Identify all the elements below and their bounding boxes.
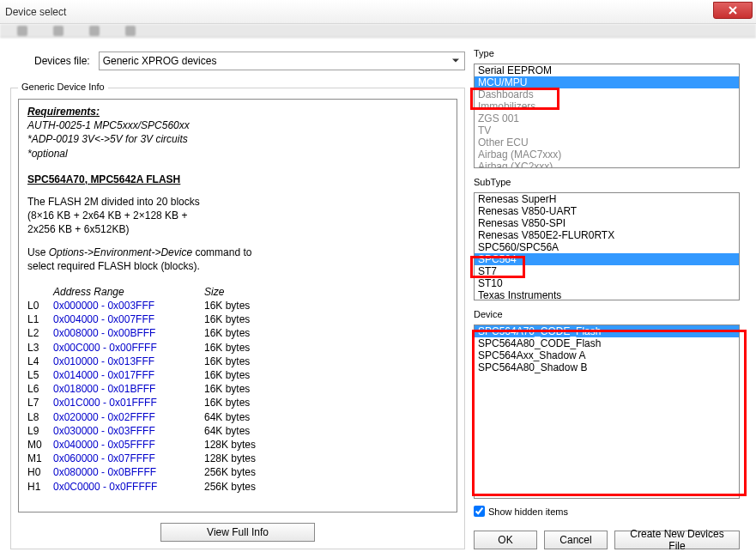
mem-row: L10x004000 - 0x007FFF16K bytes (27, 312, 448, 326)
group-label: Generic Device Info (18, 82, 108, 92)
mem-row: L60x018000 - 0x01BFFF16K bytes (27, 382, 448, 396)
type-label: Type (474, 48, 740, 58)
mem-row-lbl: H1 (27, 480, 53, 494)
device-label: Device (474, 309, 740, 319)
list-item[interactable]: Airbag (MAC7xxx) (475, 149, 739, 161)
mem-row: L40x010000 - 0x013FFF16K bytes (27, 355, 448, 368)
list-item[interactable]: Dashboards (475, 88, 739, 100)
mem-header: Address Range Size (27, 285, 448, 299)
show-hidden-label: Show hidden items (488, 506, 568, 517)
list-item[interactable]: SPC564A80_CODE_Flash (475, 337, 739, 349)
req-line-3: *optional (27, 147, 448, 161)
mem-row-addr: 0x00C000 - 0x00FFFF (53, 341, 204, 355)
mem-row-addr: 0x030000 - 0x03FFFF (53, 424, 204, 438)
ok-button[interactable]: OK (474, 531, 537, 549)
mem-row-addr: 0x014000 - 0x017FFF (53, 368, 204, 382)
type-listbox[interactable]: Serial EEPROMMCU/MPUDashboardsImmobilize… (474, 64, 740, 168)
mem-row-size: 16K bytes (204, 382, 250, 396)
create-devices-file-button[interactable]: Create New Devices File (614, 531, 740, 549)
list-item[interactable]: ST7 (475, 265, 739, 277)
device-listbox[interactable]: SPC564A70_CODE_FlashSPC564A80_CODE_Flash… (474, 324, 740, 499)
mem-row-size: 16K bytes (204, 355, 250, 368)
mem-row-addr: 0x000000 - 0x003FFF (53, 299, 204, 312)
list-item[interactable]: Renesas V850E2-FLUR0RTX (475, 229, 739, 241)
mem-row-size: 128K bytes (204, 452, 256, 465)
mem-row-addr: 0x0C0000 - 0x0FFFFF (53, 480, 204, 494)
mem-row-lbl: L9 (27, 424, 53, 438)
list-item[interactable]: Texas Instruments (475, 289, 739, 300)
body-1: The FLASH 2M divided into 20 blocks (27, 195, 448, 209)
mem-row-lbl: L5 (27, 368, 53, 382)
requirements-title: Requirements: (27, 105, 448, 118)
mem-row-addr: 0x020000 - 0x02FFFF (53, 410, 204, 424)
list-item[interactable]: SPC564A70_CODE_Flash (475, 325, 739, 337)
list-item[interactable]: SPC564 (475, 253, 739, 265)
list-item[interactable]: MCU/MPU (475, 76, 739, 88)
list-item[interactable]: Renesas V850-SPI (475, 217, 739, 229)
mem-row-lbl: H0 (27, 465, 53, 479)
list-item[interactable]: SPC560/SPC56A (475, 241, 739, 253)
mem-row-lbl: M0 (27, 438, 53, 452)
mem-row-size: 256K bytes (204, 480, 256, 494)
list-item[interactable]: SPC564A80_Shadow B (475, 361, 739, 373)
mem-row: M00x040000 - 0x05FFFF128K bytes (27, 438, 448, 452)
close-button[interactable] (713, 2, 753, 19)
mem-row-size: 16K bytes (204, 396, 250, 409)
mem-row-lbl: L7 (27, 396, 53, 409)
blurred-toolbar (0, 24, 756, 38)
mem-row: L80x020000 - 0x02FFFF64K bytes (27, 410, 448, 424)
list-item[interactable]: SPC564Axx_Shadow A (475, 349, 739, 361)
devices-file-value: Generic XPROG devices (103, 55, 217, 67)
window-title: Device select (5, 6, 66, 18)
mem-row-size: 16K bytes (204, 341, 250, 355)
show-hidden-checkbox[interactable] (474, 506, 485, 517)
list-item[interactable]: Renesas SuperH (475, 193, 739, 205)
mem-row: H00x080000 - 0x0BFFFF256K bytes (27, 465, 448, 479)
mem-row-lbl: L4 (27, 355, 53, 368)
list-item[interactable]: ST10 (475, 277, 739, 289)
list-item[interactable]: Immobilizers (475, 100, 739, 112)
list-item[interactable]: Serial EEPROM (475, 64, 739, 76)
mem-header-addr: Address Range (53, 285, 204, 299)
subtype-listbox[interactable]: Renesas SuperHRenesas V850-UARTRenesas V… (474, 192, 740, 300)
mem-row-size: 64K bytes (204, 424, 250, 438)
mem-row-lbl: L2 (27, 326, 53, 340)
mem-row-size: 16K bytes (204, 326, 250, 340)
mem-row-addr: 0x004000 - 0x007FFF (53, 312, 204, 326)
mem-row: L90x030000 - 0x03FFFF64K bytes (27, 424, 448, 438)
mem-row-addr: 0x040000 - 0x05FFFF (53, 438, 204, 452)
mem-row-lbl: L6 (27, 382, 53, 396)
req-line-2: *ADP-0019 3V<->5V for 3V circuits (27, 132, 448, 146)
list-item[interactable]: Other ECU (475, 136, 739, 149)
body-3: 2x256 KB + 6x512KB) (27, 222, 448, 236)
memory-table: Address Range Size L00x000000 - 0x003FFF… (27, 285, 448, 494)
mem-row: L70x01C000 - 0x01FFFF16K bytes (27, 396, 448, 409)
mem-header-size: Size (204, 285, 224, 299)
mem-row-size: 256K bytes (204, 465, 256, 479)
mem-row-addr: 0x018000 - 0x01BFFF (53, 382, 204, 396)
mem-row-size: 16K bytes (204, 299, 250, 312)
mem-row: H10x0C0000 - 0x0FFFFF256K bytes (27, 480, 448, 494)
mem-row-size: 16K bytes (204, 312, 250, 326)
mem-row: L30x00C000 - 0x00FFFF16K bytes (27, 341, 448, 355)
mem-row: M10x060000 - 0x07FFFF128K bytes (27, 452, 448, 465)
mem-row: L50x014000 - 0x017FFF16K bytes (27, 368, 448, 382)
show-hidden-row[interactable]: Show hidden items (474, 506, 740, 517)
list-item[interactable]: TV (475, 124, 739, 136)
mem-row-size: 64K bytes (204, 410, 250, 424)
devices-file-combo[interactable]: Generic XPROG devices (99, 52, 465, 70)
body-5: select required FLASH block (blocks). (27, 259, 448, 273)
view-full-info-button[interactable]: View Full Info (160, 523, 315, 542)
list-item[interactable]: Airbag (XC2xxx) (475, 161, 739, 168)
list-item[interactable]: ZGS 001 (475, 112, 739, 124)
body-4: Use Options->Environment->Device command… (27, 246, 448, 259)
mem-row-size: 16K bytes (204, 368, 250, 382)
mem-row-lbl: L8 (27, 410, 53, 424)
mem-row-addr: 0x008000 - 0x00BFFF (53, 326, 204, 340)
list-item[interactable]: Renesas V850-UART (475, 205, 739, 217)
mem-row-addr: 0x010000 - 0x013FFF (53, 355, 204, 368)
mem-row-lbl: L1 (27, 312, 53, 326)
cancel-button[interactable]: Cancel (544, 531, 608, 549)
devices-file-label: Devices file: (34, 55, 90, 67)
info-pane[interactable]: Requirements: AUTH-0025-1 MPC5xxx/SPC560… (18, 99, 457, 513)
